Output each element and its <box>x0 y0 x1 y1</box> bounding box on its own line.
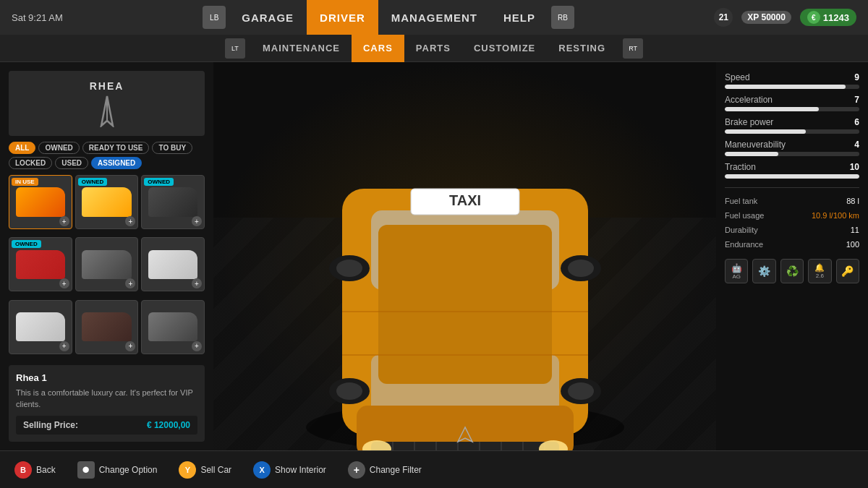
action-sell-label: Sell Car <box>200 465 231 475</box>
car-thumb-7[interactable]: + <box>75 300 139 354</box>
detail-fuel-usage: Fuel usage 10.9 l/100 km <box>725 211 859 220</box>
stat-maneuver-value: 4 <box>854 140 859 150</box>
filter-tags: ALL OWNED READY TO USE TO BUY LOCKED USE… <box>9 142 205 169</box>
action-filter[interactable]: + Change Filter <box>348 461 422 479</box>
stat-traction-label: Traction <box>725 162 756 172</box>
detail-fuel-usage-value: 10.9 l/100 km <box>812 211 859 220</box>
stat-accel-value: 7 <box>854 95 859 105</box>
car-plus-3: + <box>59 278 69 288</box>
action-filter-label: Change Filter <box>370 465 422 475</box>
detail-fuel-tank: Fuel tank 88 l <box>725 197 859 205</box>
car-thumb-8[interactable]: + <box>141 300 205 354</box>
nav-management[interactable]: MANAGEMENT <box>378 0 490 35</box>
stat-accel-label: Acceleration <box>725 95 773 105</box>
currency-value: 11243 <box>823 12 849 23</box>
filter-owned[interactable]: OWNED <box>38 142 79 154</box>
sec-nav-icon-left: LT <box>225 38 245 59</box>
car-thumb-6[interactable]: + <box>9 300 72 354</box>
svg-text:TAXI: TAXI <box>448 192 480 208</box>
filter-ready[interactable]: READY TO USE <box>82 142 150 154</box>
feature-ag: 🤖 AG <box>725 259 748 283</box>
detail-durability-label: Durability <box>725 226 758 234</box>
top-nav: LB GARAGE DRIVER MANAGEMENT HELP RB <box>200 0 577 35</box>
filter-all[interactable]: ALL <box>9 142 35 154</box>
xp-badge: XP 50000 <box>741 11 791 24</box>
car-info-price: Selling Price: € 12000,00 <box>16 416 197 435</box>
car-thumb-0[interactable]: IN USE + <box>9 175 72 229</box>
action-interior-label: Show Interior <box>275 465 326 475</box>
detail-endurance-value: 100 <box>846 240 859 249</box>
datetime: Sat 9:21 AM <box>12 12 63 23</box>
nav-driver[interactable]: DRIVER <box>307 0 378 35</box>
currency-icon: € <box>807 11 820 24</box>
nav-help[interactable]: HELP <box>490 0 548 35</box>
currency: € 11243 <box>800 9 856 26</box>
filter-locked[interactable]: LOCKED <box>9 157 52 169</box>
car-info: Rhea 1 This is a comfortable luxury car.… <box>9 365 205 442</box>
btn-b: B <box>14 461 32 479</box>
stat-maneuverability: Maneuverability 4 <box>725 140 859 156</box>
car-thumb-1[interactable]: OWNED + <box>75 175 139 229</box>
secondary-nav: LT MAINTENANCE CARS PARTS CUSTOMIZE REST… <box>0 35 868 62</box>
car-thumb-5[interactable]: + <box>141 237 205 291</box>
btn-plus: + <box>348 461 365 479</box>
svg-point-29 <box>336 382 362 400</box>
car-plus-2: + <box>192 216 202 226</box>
car-info-desc: This is a comfortable luxury car. It's p… <box>16 388 197 410</box>
left-panel: RHEA ALL OWNED READY TO USE TO BUY LOCKE… <box>0 62 213 450</box>
btn-y: Y <box>179 461 196 479</box>
stat-speed: Speed 9 <box>725 72 859 89</box>
action-change-label: Change Option <box>99 465 158 475</box>
detail-endurance: Endurance 100 <box>725 240 859 249</box>
action-interior[interactable]: X Show Interior <box>253 461 326 479</box>
car-info-name: Rhea 1 <box>16 372 197 383</box>
car-main-svg: TAXI 3655 KSH <box>241 87 689 451</box>
stat-acceleration: Acceleration 7 <box>725 95 859 111</box>
stat-brake: Brake power 6 <box>725 117 859 134</box>
xp-value: 50000 <box>761 12 785 22</box>
feature-bell: 🔔 2.6 <box>808 259 831 283</box>
stat-maneuver-label: Maneuverability <box>725 140 786 150</box>
action-back[interactable]: B Back <box>14 461 56 479</box>
car-badge-owned-1: OWNED <box>78 178 108 186</box>
stat-brake-value: 6 <box>854 117 859 127</box>
sec-nav-resting[interactable]: RESTING <box>547 35 617 62</box>
stat-speed-label: Speed <box>725 72 750 82</box>
car-badge-in-use: IN USE <box>12 178 38 186</box>
top-bar: Sat 9:21 AM LB GARAGE DRIVER MANAGEMENT … <box>0 0 868 35</box>
detail-fuel-tank-label: Fuel tank <box>725 197 757 205</box>
stat-divider <box>725 187 859 188</box>
main-content: RHEA ALL OWNED READY TO USE TO BUY LOCKE… <box>0 62 868 450</box>
price-label: Selling Price: <box>23 420 78 430</box>
sec-nav-customize[interactable]: CUSTOMIZE <box>462 35 547 62</box>
detail-durability: Durability 11 <box>725 226 859 234</box>
feature-icons: 🤖 AG ⚙️ ♻️ 🔔 2.6 🔑 <box>725 259 859 283</box>
filter-tobuy[interactable]: TO BUY <box>152 142 192 154</box>
filter-used[interactable]: USED <box>55 157 88 169</box>
car-thumb-3[interactable]: OWNED + <box>9 237 72 291</box>
sec-nav-parts[interactable]: PARTS <box>404 35 462 62</box>
stat-traction-value: 10 <box>850 162 859 172</box>
svg-point-25 <box>336 260 362 277</box>
action-change-option[interactable]: ⬤ Change Option <box>77 461 158 479</box>
brand-logo-area: RHEA <box>9 71 205 136</box>
sec-nav-cars[interactable]: CARS <box>352 35 404 62</box>
btn-lb: ⬤ <box>77 461 95 479</box>
price-value: € 12000,00 <box>147 420 190 430</box>
car-plus-0: + <box>59 216 69 226</box>
nav-icon-left: LB <box>203 6 226 29</box>
feature-recycle: ♻️ <box>780 259 804 283</box>
action-back-label: Back <box>36 465 56 475</box>
brand-name: RHEA <box>90 80 124 92</box>
brand-logo-svg <box>85 95 129 127</box>
action-sell[interactable]: Y Sell Car <box>179 461 231 479</box>
nav-icon-right: RB <box>551 6 574 29</box>
nav-garage[interactable]: GARAGE <box>229 0 307 35</box>
detail-endurance-label: Endurance <box>725 240 763 249</box>
right-panel: Speed 9 Acceleration 7 Brake power 6 Man… <box>716 62 868 450</box>
car-thumb-2[interactable]: OWNED + <box>141 175 205 229</box>
sec-nav-maintenance[interactable]: MAINTENANCE <box>251 35 352 62</box>
level-badge: 21 <box>714 8 733 27</box>
filter-assigned[interactable]: ASSIGNED <box>91 157 142 169</box>
car-thumb-4[interactable]: + <box>75 237 139 291</box>
